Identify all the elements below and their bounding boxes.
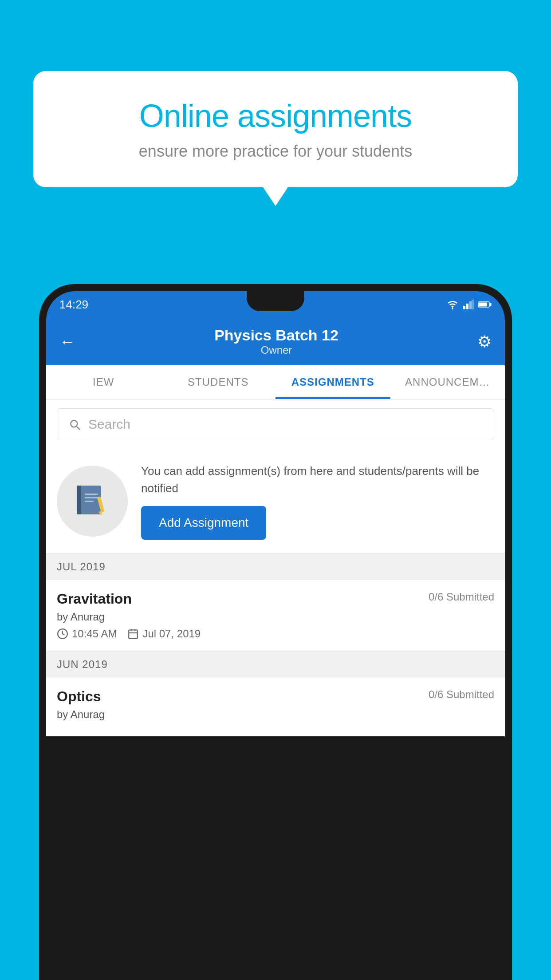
assignment-meta: 10:45 AM Jul 07, 2019 xyxy=(57,628,494,640)
status-icons xyxy=(446,300,492,309)
app-header: ← Physics Batch 12 Owner ⚙ xyxy=(46,318,505,365)
promo-icon-circle xyxy=(57,466,128,537)
batch-title: Physics Batch 12 xyxy=(75,327,477,344)
tab-announcements[interactable]: ANNOUNCEM… xyxy=(390,365,505,399)
signal-icon xyxy=(463,300,474,309)
batch-subtitle: Owner xyxy=(75,344,477,356)
optics-top-row: Optics 0/6 Submitted xyxy=(57,688,494,705)
promo-content: You can add assignment(s) from here and … xyxy=(141,462,494,540)
svg-rect-12 xyxy=(85,501,94,502)
assignment-by: by Anurag xyxy=(57,611,494,623)
svg-rect-7 xyxy=(490,303,492,306)
speech-bubble-title: Online assignments xyxy=(64,98,487,134)
search-icon xyxy=(68,418,81,431)
status-time: 14:29 xyxy=(59,298,88,312)
calendar-icon xyxy=(127,628,139,640)
svg-rect-3 xyxy=(469,301,472,309)
svg-rect-16 xyxy=(129,630,138,639)
assignment-date: Jul 07, 2019 xyxy=(127,628,201,640)
speech-bubble: Online assignments ensure more practice … xyxy=(33,71,518,187)
wifi-icon xyxy=(446,300,459,309)
svg-rect-4 xyxy=(472,300,474,309)
section-jul-2019: JUL 2019 xyxy=(46,553,505,580)
search-placeholder-text: Search xyxy=(88,417,130,432)
assignment-top-row: Gravitation 0/6 Submitted xyxy=(57,591,494,607)
svg-rect-6 xyxy=(479,303,487,307)
assignment-submitted: 0/6 Submitted xyxy=(429,591,494,603)
tab-assignments[interactable]: ASSIGNMENTS xyxy=(276,365,390,399)
phone-inner: 14:29 xyxy=(46,291,505,980)
svg-point-0 xyxy=(452,308,453,309)
svg-rect-11 xyxy=(85,497,98,498)
phone-frame: 14:29 xyxy=(39,284,512,980)
settings-button[interactable]: ⚙ xyxy=(477,332,492,351)
assignment-time: 10:45 AM xyxy=(57,628,117,640)
speech-bubble-container: Online assignments ensure more practice … xyxy=(33,71,518,187)
promo-description: You can add assignment(s) from here and … xyxy=(141,462,494,497)
search-bar: Search xyxy=(46,399,505,449)
search-input-wrapper[interactable]: Search xyxy=(57,408,494,440)
add-assignment-promo: You can add assignment(s) from here and … xyxy=(46,449,505,553)
speech-bubble-subtitle: ensure more practice for your students xyxy=(64,142,487,161)
assignment-gravitation[interactable]: Gravitation 0/6 Submitted by Anurag 10:4… xyxy=(46,580,505,651)
header-center: Physics Batch 12 Owner xyxy=(75,327,477,356)
svg-rect-10 xyxy=(85,494,98,495)
assignment-title: Gravitation xyxy=(57,591,132,607)
back-button[interactable]: ← xyxy=(59,332,75,351)
add-assignment-button[interactable]: Add Assignment xyxy=(141,506,266,540)
tabs-bar: IEW STUDENTS ASSIGNMENTS ANNOUNCEM… xyxy=(46,365,505,399)
section-jun-2019: JUN 2019 xyxy=(46,651,505,678)
battery-icon xyxy=(478,301,492,308)
assignment-optics[interactable]: Optics 0/6 Submitted by Anurag xyxy=(46,678,505,736)
optics-submitted: 0/6 Submitted xyxy=(429,688,494,701)
optics-title: Optics xyxy=(57,688,101,705)
clock-icon xyxy=(57,628,68,640)
notebook-icon xyxy=(72,481,112,521)
notch xyxy=(247,291,304,311)
tab-students[interactable]: STUDENTS xyxy=(161,365,276,399)
svg-rect-1 xyxy=(463,306,465,309)
svg-rect-9 xyxy=(77,486,81,514)
svg-rect-2 xyxy=(466,304,468,309)
optics-by: by Anurag xyxy=(57,708,494,721)
status-bar: 14:29 xyxy=(46,291,505,318)
tab-iew[interactable]: IEW xyxy=(46,365,161,399)
screen-content: Search xyxy=(46,399,505,736)
